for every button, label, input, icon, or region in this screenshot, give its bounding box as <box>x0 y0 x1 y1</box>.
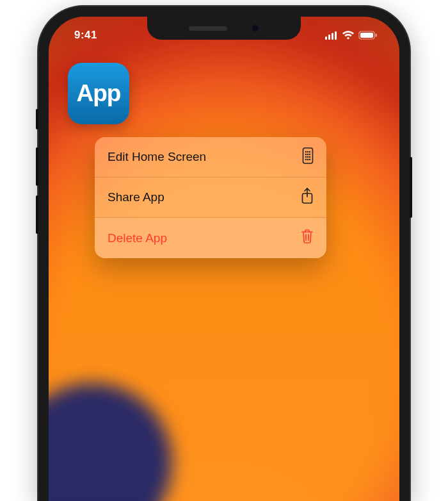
menu-item-delete-app[interactable]: Delete App <box>95 218 326 258</box>
svg-rect-1 <box>328 35 330 40</box>
menu-item-label: Share App <box>108 190 164 204</box>
cellular-icon <box>325 31 338 40</box>
svg-point-13 <box>309 153 310 154</box>
front-camera <box>252 24 259 32</box>
wifi-icon <box>342 31 355 40</box>
notch <box>147 17 301 40</box>
battery-icon <box>358 31 378 40</box>
menu-item-label: Delete App <box>108 231 167 245</box>
home-screen-icon <box>302 147 314 167</box>
trash-icon <box>301 229 314 247</box>
svg-point-18 <box>307 158 308 160</box>
side-button <box>410 157 412 218</box>
status-time: 9:41 <box>74 29 97 42</box>
svg-rect-7 <box>303 148 313 163</box>
status-right <box>325 31 378 40</box>
svg-point-15 <box>307 156 308 157</box>
menu-item-share-app[interactable]: Share App <box>95 177 326 218</box>
svg-point-8 <box>305 151 307 152</box>
volume-down-btn <box>36 195 38 234</box>
share-icon <box>301 188 314 208</box>
svg-point-12 <box>307 153 308 154</box>
context-menu: Edit Home Screen Share App <box>95 137 326 258</box>
svg-point-17 <box>305 158 307 160</box>
svg-point-10 <box>309 151 310 152</box>
volume-up-btn <box>36 147 38 186</box>
speaker-grille <box>189 26 227 31</box>
menu-item-label: Edit Home Screen <box>108 150 206 164</box>
svg-point-19 <box>309 158 310 160</box>
app-icon-label: App <box>77 80 121 107</box>
svg-point-11 <box>305 153 307 154</box>
mute-switch <box>36 109 38 129</box>
menu-item-edit-home-screen[interactable]: Edit Home Screen <box>95 137 326 177</box>
svg-rect-5 <box>360 33 373 38</box>
svg-point-16 <box>309 156 310 157</box>
svg-rect-2 <box>332 33 333 40</box>
svg-rect-6 <box>376 34 377 37</box>
svg-rect-0 <box>325 37 327 40</box>
app-icon[interactable]: App <box>68 63 129 124</box>
svg-point-14 <box>305 156 307 157</box>
phone-frame: 9:41 <box>38 6 410 501</box>
screen: 9:41 <box>49 17 399 501</box>
svg-point-9 <box>307 151 308 152</box>
svg-rect-3 <box>335 31 337 40</box>
